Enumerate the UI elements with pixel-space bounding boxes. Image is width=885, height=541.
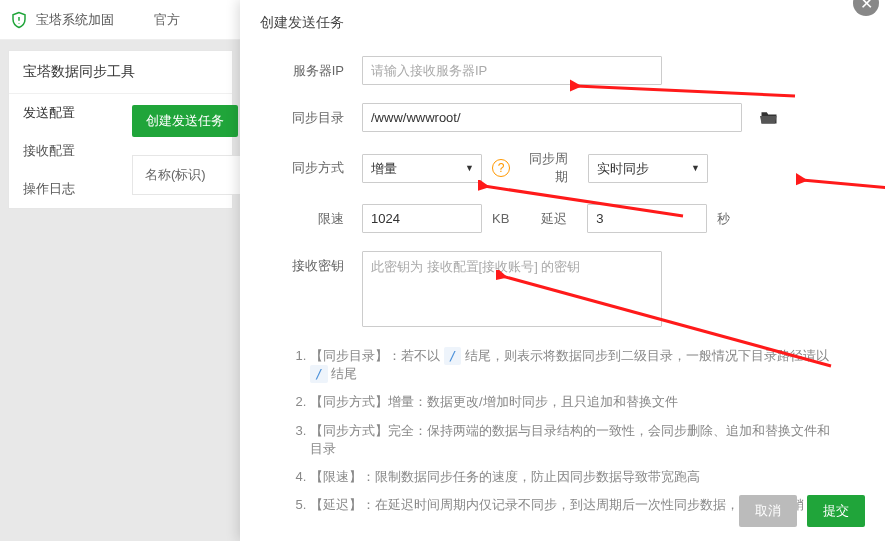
label-delay: 延迟 <box>519 210 577 228</box>
submit-button[interactable]: 提交 <box>807 495 865 527</box>
note-4: 【限速】：限制数据同步任务的速度，防止因同步数据导致带宽跑高 <box>310 468 835 486</box>
sync-cycle-select[interactable]: 实时同步 <box>588 154 708 183</box>
speed-input[interactable] <box>362 204 482 233</box>
note-2: 【同步方式】增量：数据更改/增加时同步，且只追加和替换文件 <box>310 393 835 411</box>
unit-kb: KB <box>492 211 509 226</box>
create-task-button[interactable]: 创建发送任务 <box>132 105 238 137</box>
shield-icon <box>10 11 28 29</box>
receive-key-textarea[interactable] <box>362 251 662 327</box>
unit-sec: 秒 <box>717 210 730 228</box>
folder-icon[interactable] <box>760 110 778 125</box>
cancel-button[interactable]: 取消 <box>739 495 797 527</box>
note-3: 【同步方式】完全：保持两端的数据与目录结构的一致性，会同步删除、追加和替换文件和… <box>310 422 835 458</box>
sync-mode-select[interactable]: 增量 <box>362 154 482 183</box>
note-1: 【同步目录】：若不以 / 结尾，则表示将数据同步到二级目录，一般情况下目录路径请… <box>310 347 835 383</box>
slash-chip: / <box>310 365 328 383</box>
bg-tab[interactable]: 官方 <box>154 11 180 29</box>
create-task-modal: 创建发送任务 服务器IP 同步目录 同步方式 增量 同步周期 实时同步 <box>240 0 885 541</box>
label-server-ip: 服务器IP <box>290 62 362 80</box>
label-sync-mode: 同步方式 <box>290 159 362 177</box>
delay-input[interactable] <box>587 204 707 233</box>
label-key: 接收密钥 <box>290 251 362 275</box>
notes-section: 【同步目录】：若不以 / 结尾，则表示将数据同步到二级目录，一般情况下目录路径请… <box>240 347 885 514</box>
slash-chip: / <box>444 347 462 365</box>
server-ip-input[interactable] <box>362 56 662 85</box>
modal-title: 创建发送任务 <box>240 0 885 46</box>
label-sync-dir: 同步目录 <box>290 109 362 127</box>
sync-dir-input[interactable] <box>362 103 742 132</box>
label-speed: 限速 <box>290 210 362 228</box>
label-sync-cycle: 同步周期 <box>520 150 578 186</box>
bg-title: 宝塔系统加固 <box>36 11 114 29</box>
help-icon[interactable] <box>492 159 510 177</box>
